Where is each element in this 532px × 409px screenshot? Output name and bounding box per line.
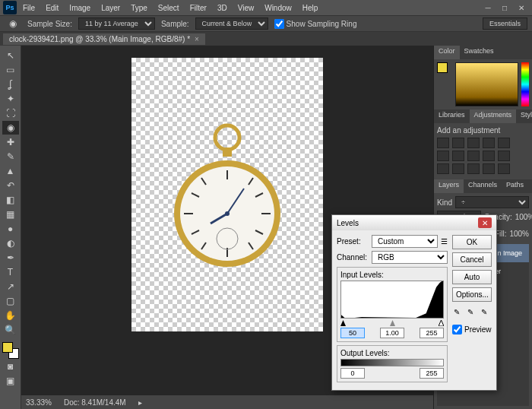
menu-filter[interactable]: Filter <box>185 2 211 14</box>
zoom-tool[interactable]: 🔍 <box>2 323 19 337</box>
workspace-switcher[interactable]: Essentials <box>483 17 527 30</box>
menu-edit[interactable]: Edit <box>41 2 63 14</box>
adj-hue[interactable] <box>437 151 449 161</box>
eyedropper-tool[interactable]: ◉ <box>2 121 19 135</box>
hand-tool[interactable]: ✋ <box>2 309 19 322</box>
menu-window[interactable]: Window <box>260 2 296 14</box>
minimize-button[interactable]: ─ <box>480 2 496 13</box>
input-gamma-field[interactable] <box>380 328 404 338</box>
pen-tool[interactable]: ✒ <box>2 251 19 265</box>
adj-photo[interactable] <box>483 151 495 161</box>
menu-type[interactable]: Type <box>126 2 152 14</box>
input-black-field[interactable] <box>340 328 365 338</box>
svg-point-0 <box>215 125 239 150</box>
history-brush-tool[interactable]: ↶ <box>2 179 19 192</box>
adj-threshold[interactable] <box>483 163 495 174</box>
menu-view[interactable]: View <box>233 2 259 14</box>
adj-exposure[interactable] <box>483 138 495 148</box>
blur-tool[interactable]: ● <box>2 222 19 236</box>
wand-tool[interactable]: ✦ <box>2 92 19 106</box>
path-tool[interactable]: ↗ <box>2 280 19 293</box>
brush-tool[interactable]: ✎ <box>2 150 19 163</box>
adj-poster[interactable] <box>467 163 480 174</box>
close-tab-icon[interactable]: × <box>195 35 199 43</box>
dialog-titlebar[interactable]: Levels ✕ <box>332 215 496 230</box>
preset-select[interactable]: Custom <box>372 235 438 248</box>
quickmask-tool[interactable]: ◙ <box>2 360 19 373</box>
lasso-tool[interactable]: ʆ <box>2 78 19 91</box>
ok-button[interactable]: OK <box>452 235 492 249</box>
menu-layer[interactable]: Layer <box>97 2 125 14</box>
adj-lookup[interactable] <box>437 163 449 174</box>
input-white-field[interactable] <box>420 328 444 338</box>
close-button[interactable]: ✕ <box>514 2 529 13</box>
white-point-slider[interactable] <box>439 320 444 326</box>
output-white-field[interactable] <box>420 368 444 379</box>
black-eyedropper-icon[interactable]: ✎ <box>454 308 464 319</box>
text-tool[interactable]: T <box>2 265 19 279</box>
black-point-slider[interactable] <box>340 320 346 326</box>
layers-tab[interactable]: Layers <box>434 179 464 193</box>
crop-tool[interactable]: ⛶ <box>2 106 19 120</box>
gamma-slider[interactable] <box>390 320 395 326</box>
stamp-tool[interactable]: ▲ <box>2 164 19 178</box>
adj-levels[interactable] <box>452 138 464 148</box>
color-swatches[interactable] <box>2 342 19 359</box>
sample-size-select[interactable]: 11 by 11 Average <box>78 17 155 30</box>
menu-select[interactable]: Select <box>154 2 184 14</box>
color-tab[interactable]: Color <box>434 46 460 59</box>
preview-checkbox[interactable]: Preview <box>452 325 492 334</box>
output-black-field[interactable] <box>340 368 365 379</box>
swatches-tab[interactable]: Swatches <box>460 46 499 59</box>
canvas[interactable] <box>131 58 323 331</box>
preset-menu-icon[interactable]: ☰ <box>441 237 448 246</box>
marquee-tool[interactable]: ▭ <box>2 63 19 77</box>
options-button[interactable]: Options... <box>452 287 492 302</box>
adj-vibrance[interactable] <box>498 138 510 148</box>
paths-tab[interactable]: Paths <box>502 179 528 193</box>
status-arrow-icon[interactable]: ▸ <box>138 398 142 407</box>
eraser-tool[interactable]: ◧ <box>2 193 19 207</box>
adj-mixer[interactable] <box>498 151 510 161</box>
cancel-button[interactable]: Cancel <box>452 252 492 267</box>
gradient-tool[interactable]: ▦ <box>2 208 19 221</box>
move-tool[interactable]: ↖ <box>2 49 19 62</box>
shape-tool[interactable]: ▢ <box>2 294 19 308</box>
opacity-value[interactable]: 100% <box>515 213 532 221</box>
adj-brightness[interactable] <box>437 138 449 148</box>
filter-select[interactable]: ÷ <box>455 196 529 208</box>
dodge-tool[interactable]: ◐ <box>2 236 19 250</box>
adj-map[interactable] <box>498 163 510 174</box>
dialog-close-button[interactable]: ✕ <box>478 217 492 228</box>
color-field[interactable] <box>455 62 518 106</box>
adj-curves[interactable] <box>467 138 480 148</box>
libraries-tab[interactable]: Libraries <box>434 109 470 123</box>
gray-eyedropper-icon[interactable]: ✎ <box>467 308 478 319</box>
menu-file[interactable]: File <box>18 2 40 14</box>
zoom-level[interactable]: 33.33% <box>26 398 52 407</box>
document-tab[interactable]: clock-2939421.png @ 33.3% (Main Image, R… <box>3 33 205 45</box>
adj-balance[interactable] <box>452 151 464 161</box>
show-sampling-ring-checkbox[interactable]: Show Sampling Ring <box>274 19 357 29</box>
heal-tool[interactable]: ✚ <box>2 135 19 149</box>
channel-select[interactable]: RGB <box>372 251 448 264</box>
adj-bw[interactable] <box>467 151 480 161</box>
adj-invert[interactable] <box>452 163 464 174</box>
white-eyedropper-icon[interactable]: ✎ <box>481 308 492 319</box>
menu-image[interactable]: Image <box>65 2 95 14</box>
menu-3d[interactable]: 3D <box>213 2 232 14</box>
color-fg-swatch[interactable] <box>437 62 448 73</box>
auto-button[interactable]: Auto <box>452 270 492 284</box>
sample-scope-select[interactable]: Current & Below <box>195 17 268 30</box>
maximize-button[interactable]: □ <box>497 2 512 13</box>
adjustments-tab[interactable]: Adjustments <box>470 109 517 123</box>
channels-tab[interactable]: Channels <box>464 179 502 193</box>
hue-strip[interactable] <box>521 62 529 106</box>
styles-tab[interactable]: Styles <box>516 109 532 123</box>
fill-value[interactable]: 100% <box>509 230 529 238</box>
menu-help[interactable]: Help <box>298 2 323 14</box>
output-gradient[interactable] <box>340 359 444 366</box>
screenmode-tool[interactable]: ▣ <box>2 374 19 388</box>
histogram[interactable] <box>340 281 444 319</box>
foreground-swatch[interactable] <box>2 342 13 353</box>
